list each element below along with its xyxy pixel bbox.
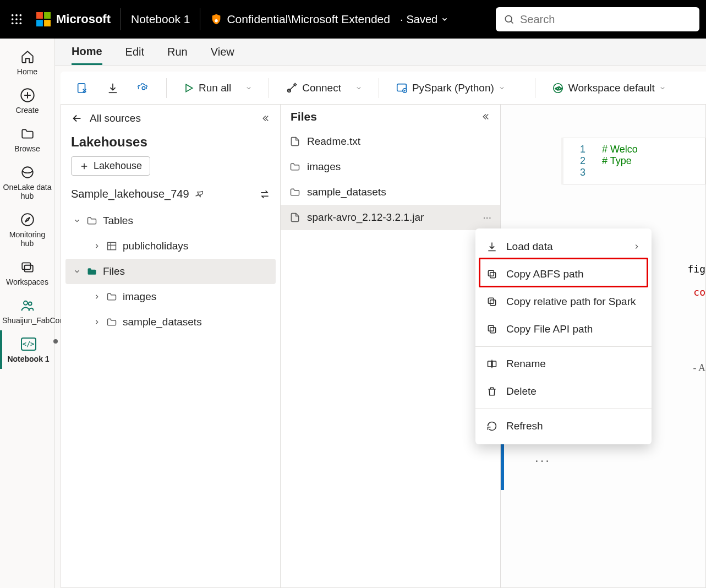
all-sources-link[interactable]: All sources bbox=[90, 112, 141, 124]
collapse-left-icon[interactable] bbox=[480, 112, 490, 122]
tab-home[interactable]: Home bbox=[72, 40, 102, 65]
lakehouse-name[interactable]: Sample_lakehouse_749 bbox=[61, 183, 280, 208]
download-icon[interactable] bbox=[101, 77, 124, 99]
file-row-readme[interactable]: Readme.txt bbox=[281, 129, 500, 154]
workspaces-icon bbox=[2, 259, 52, 275]
tab-edit[interactable]: Edit bbox=[125, 40, 144, 64]
chevron-down-icon bbox=[355, 85, 362, 91]
tree-tables[interactable]: Tables bbox=[65, 208, 276, 233]
chevron-down-icon bbox=[73, 268, 81, 275]
notebook-title[interactable]: Notebook 1 bbox=[131, 13, 190, 26]
folder-icon bbox=[106, 291, 117, 302]
nav-monitoring[interactable]: Monitoring hub bbox=[0, 206, 54, 253]
chevron-down-icon bbox=[659, 85, 666, 91]
run-all-button[interactable]: Run all bbox=[178, 77, 258, 99]
code-cell-1[interactable]: 1# Welco 2# Type 3 bbox=[561, 138, 705, 184]
more-icon[interactable]: ··· bbox=[483, 211, 491, 224]
svg-rect-46 bbox=[488, 361, 492, 367]
svg-point-3 bbox=[12, 18, 14, 20]
nav-rail: Home Create Browse OneLake data hub Moni… bbox=[0, 39, 55, 588]
svg-point-2 bbox=[20, 14, 22, 17]
waffle-icon[interactable] bbox=[7, 9, 26, 29]
settings-icon[interactable] bbox=[132, 77, 155, 99]
svg-text:</>: </> bbox=[555, 85, 562, 91]
code-fragment: fig bbox=[687, 263, 705, 275]
context-menu: Load data Copy ABFS path Copy relative p… bbox=[475, 228, 652, 444]
nav-notebook[interactable]: </> Notebook 1 bbox=[0, 330, 54, 369]
svg-rect-47 bbox=[492, 361, 496, 367]
more-icon[interactable]: ··· bbox=[535, 453, 551, 468]
ctx-copy-relative[interactable]: Copy relative path for Spark bbox=[475, 288, 652, 315]
search-box[interactable] bbox=[496, 7, 699, 31]
add-lakehouse-button[interactable]: Lakehouse bbox=[71, 156, 150, 176]
nav-onelake[interactable]: OneLake data hub bbox=[0, 159, 54, 206]
file-row-spark-avro[interactable]: spark-avro_2.12-3.2.1.jar ··· bbox=[281, 205, 500, 230]
toolbar: Run all Connect PySpark (Python) </> Wor… bbox=[61, 72, 706, 105]
nav-browse[interactable]: Browse bbox=[0, 120, 54, 159]
ctx-delete[interactable]: Delete bbox=[475, 378, 652, 405]
chevron-down-icon bbox=[73, 217, 81, 225]
pyspark-button[interactable]: PySpark (Python) bbox=[390, 77, 511, 99]
sensitivity-label[interactable]: Confidential\Microsoft Extended bbox=[200, 8, 390, 30]
svg-point-4 bbox=[15, 18, 18, 20]
folder-icon bbox=[289, 187, 300, 198]
folder-icon bbox=[106, 317, 117, 328]
svg-rect-40 bbox=[490, 273, 496, 278]
ctx-refresh[interactable]: Refresh bbox=[475, 412, 652, 440]
nav-workspaces[interactable]: Workspaces bbox=[0, 253, 54, 292]
brand[interactable]: Microsoft bbox=[36, 8, 121, 30]
svg-rect-45 bbox=[488, 325, 494, 331]
tree-files[interactable]: Files bbox=[65, 259, 276, 284]
language-icon bbox=[396, 82, 408, 94]
nav-create[interactable]: Create bbox=[0, 81, 54, 120]
search-input[interactable] bbox=[520, 13, 692, 26]
svg-point-13 bbox=[215, 19, 218, 23]
environment-icon: </> bbox=[552, 82, 564, 94]
back-arrow-icon[interactable] bbox=[71, 112, 83, 124]
svg-line-15 bbox=[511, 21, 513, 24]
ctx-copy-api[interactable]: Copy File API path bbox=[475, 315, 652, 343]
svg-rect-9 bbox=[36, 12, 43, 19]
ctx-copy-abfs[interactable]: Copy ABFS path bbox=[475, 260, 652, 288]
folder-open-icon bbox=[86, 266, 97, 277]
workspace-default-button[interactable]: </> Workspace default bbox=[546, 77, 671, 99]
tree-sample-datasets[interactable]: sample_datasets bbox=[65, 309, 276, 335]
svg-point-6 bbox=[12, 23, 14, 25]
sensitivity-text: Confidential\Microsoft Extended bbox=[227, 13, 390, 26]
ctx-load-data[interactable]: Load data bbox=[475, 233, 652, 260]
files-panel: Files Readme.txt images sample_datasets … bbox=[281, 105, 501, 588]
file-row-sample-datasets[interactable]: sample_datasets bbox=[281, 179, 500, 205]
svg-point-8 bbox=[20, 23, 22, 25]
collapse-left-icon[interactable] bbox=[260, 113, 270, 123]
svg-rect-36 bbox=[108, 242, 116, 249]
svg-rect-10 bbox=[44, 12, 51, 19]
search-icon bbox=[503, 14, 515, 25]
nav-user-workspace[interactable]: Shuaijun_FabCon bbox=[0, 292, 54, 330]
edit-notebook-icon[interactable] bbox=[70, 77, 94, 99]
svg-point-7 bbox=[15, 23, 18, 25]
saved-status[interactable]: · Saved bbox=[400, 13, 448, 26]
tab-run[interactable]: Run bbox=[167, 40, 188, 64]
swap-icon[interactable] bbox=[259, 189, 270, 200]
tab-view[interactable]: View bbox=[211, 40, 234, 64]
folder-icon bbox=[2, 126, 52, 142]
pin-icon[interactable] bbox=[195, 189, 205, 199]
tree-images[interactable]: images bbox=[65, 284, 276, 309]
svg-point-27 bbox=[142, 86, 145, 90]
svg-marker-28 bbox=[186, 84, 193, 91]
microsoft-logo-icon bbox=[36, 12, 51, 26]
code-fragment: - A bbox=[693, 362, 706, 374]
file-icon bbox=[289, 212, 300, 223]
nav-home[interactable]: Home bbox=[0, 43, 54, 81]
files-heading: Files bbox=[291, 110, 317, 123]
connect-button[interactable]: Connect bbox=[280, 77, 368, 99]
svg-rect-44 bbox=[490, 328, 496, 333]
tree-publicholidays[interactable]: publicholidays bbox=[65, 233, 276, 259]
svg-rect-22 bbox=[22, 263, 30, 269]
file-row-images[interactable]: images bbox=[281, 154, 500, 179]
shield-icon bbox=[210, 13, 222, 25]
plus-circle-icon bbox=[2, 87, 52, 104]
app-header: Microsoft Notebook 1 Confidential\Micros… bbox=[0, 0, 706, 39]
svg-point-20 bbox=[21, 214, 34, 226]
ctx-rename[interactable]: Rename bbox=[475, 350, 652, 378]
